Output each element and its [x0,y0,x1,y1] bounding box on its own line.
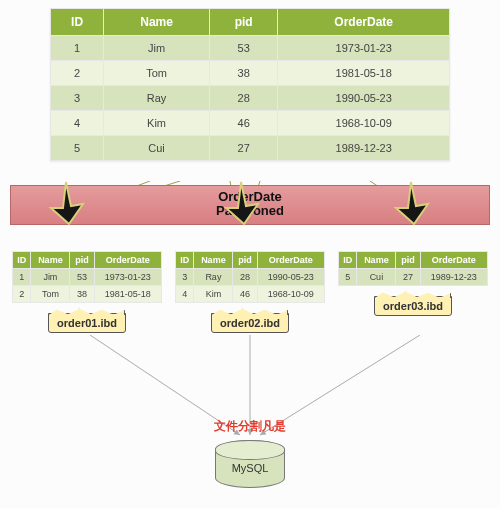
table-row: 5Cui271989-12-23 [339,269,488,286]
arrow-down-icon [396,182,428,224]
partition-3: ID Name pid OrderDate 5Cui271989-12-23 o… [338,251,488,333]
col-orderdate: OrderDate [278,9,450,36]
arrow-down-icon [51,182,83,224]
table-row: 2Tom381981-05-18 [51,61,450,86]
file-tag: order01.ibd [48,313,126,333]
table-row: 4Kim461968-10-09 [51,111,450,136]
partition-1: ID Name pid OrderDate 1Jim531973-01-23 2… [12,251,162,333]
database-icon: MySQL [215,440,285,488]
partition-table: ID Name pid OrderDate 3Ray281990-05-23 4… [175,251,325,303]
file-tag: order02.ibd [211,313,289,333]
table-row: 3Ray281990-05-23 [51,86,450,111]
file-tag: order03.ibd [374,296,452,316]
col-id: ID [51,9,104,36]
arrow-icons [11,186,489,246]
partition-bar: OrderDate Partitioned [10,185,490,225]
partition-table: ID Name pid OrderDate 1Jim531973-01-23 2… [12,251,162,303]
table-row: 1Jim531973-01-23 [51,36,450,61]
split-label: 文件分割凡是 [0,418,500,435]
table-row: 2Tom381981-05-18 [13,286,162,303]
partition-2: ID Name pid OrderDate 3Ray281990-05-23 4… [175,251,325,333]
table-row: 4Kim461968-10-09 [176,286,325,303]
table-row: 5Cui271989-12-23 [51,136,450,161]
table-row: 3Ray281990-05-23 [176,269,325,286]
arrow-down-icon [226,182,258,224]
source-table: ID Name pid OrderDate 1Jim531973-01-23 2… [50,8,450,161]
table-row: 1Jim531973-01-23 [13,269,162,286]
col-pid: pid [209,9,277,36]
database-label: MySQL [215,462,285,474]
partition-table: ID Name pid OrderDate 5Cui271989-12-23 [338,251,488,286]
col-name: Name [104,9,210,36]
